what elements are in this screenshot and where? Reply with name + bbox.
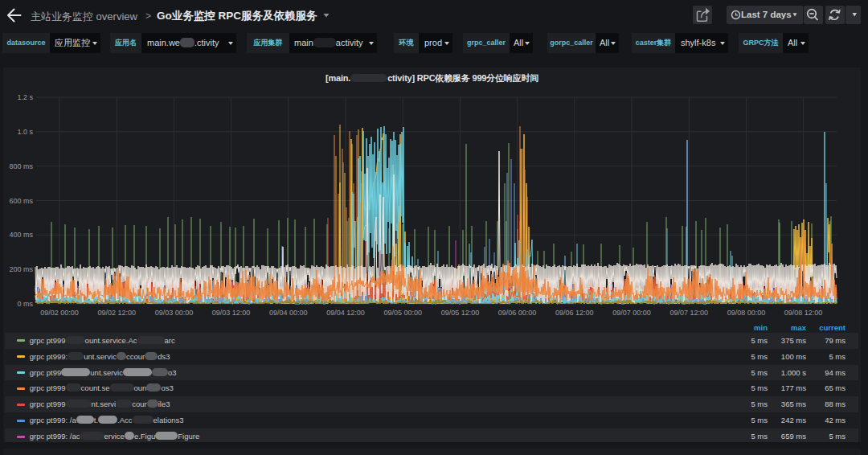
svg-text:0 ms: 0 ms <box>17 300 33 308</box>
svg-text:09/04 00:00: 09/04 00:00 <box>269 309 308 317</box>
svg-text:09/02 12:00: 09/02 12:00 <box>97 309 136 317</box>
svg-text:1.2 s: 1.2 s <box>17 93 33 101</box>
svg-text:200 ms: 200 ms <box>9 265 33 273</box>
svg-text:09/07 00:00: 09/07 00:00 <box>612 309 651 317</box>
svg-text:800 ms: 800 ms <box>9 162 33 170</box>
svg-text:09/06 00:00: 09/06 00:00 <box>498 309 537 317</box>
svg-text:400 ms: 400 ms <box>9 231 33 239</box>
svg-text:09/08 00:00: 09/08 00:00 <box>727 309 766 317</box>
svg-text:09/05 12:00: 09/05 12:00 <box>441 309 480 317</box>
svg-text:09/08 12:00: 09/08 12:00 <box>784 309 823 317</box>
svg-text:600 ms: 600 ms <box>9 197 33 205</box>
svg-text:09/06 12:00: 09/06 12:00 <box>555 309 594 317</box>
svg-text:09/03 12:00: 09/03 12:00 <box>212 309 251 317</box>
svg-text:1.0 s: 1.0 s <box>17 128 33 136</box>
svg-text:09/02 00:00: 09/02 00:00 <box>40 309 79 317</box>
svg-text:09/05 00:00: 09/05 00:00 <box>383 309 422 317</box>
svg-text:09/07 12:00: 09/07 12:00 <box>669 309 708 317</box>
svg-text:09/03 00:00: 09/03 00:00 <box>155 309 194 317</box>
svg-text:09/04 12:00: 09/04 12:00 <box>326 309 365 317</box>
